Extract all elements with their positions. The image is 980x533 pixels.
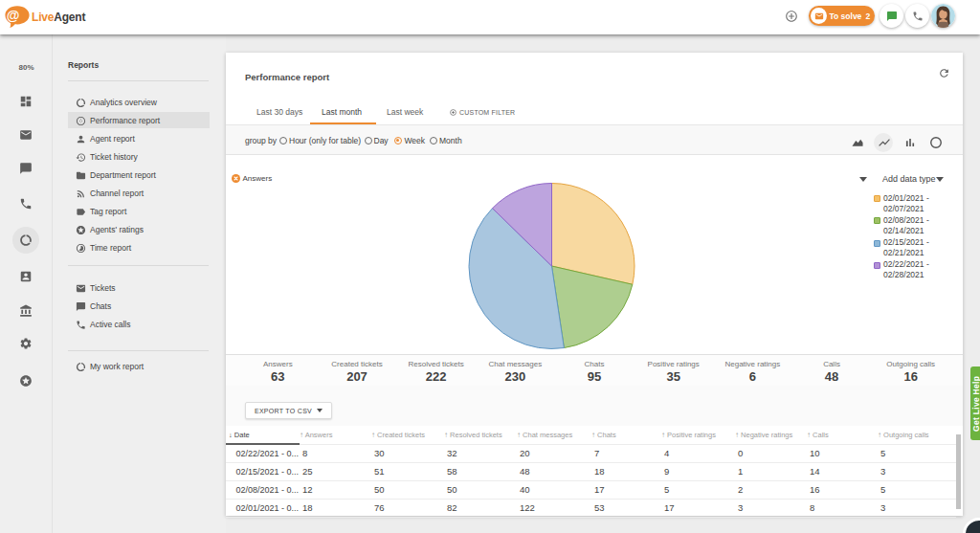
svg-text:@: @ xyxy=(7,8,20,23)
